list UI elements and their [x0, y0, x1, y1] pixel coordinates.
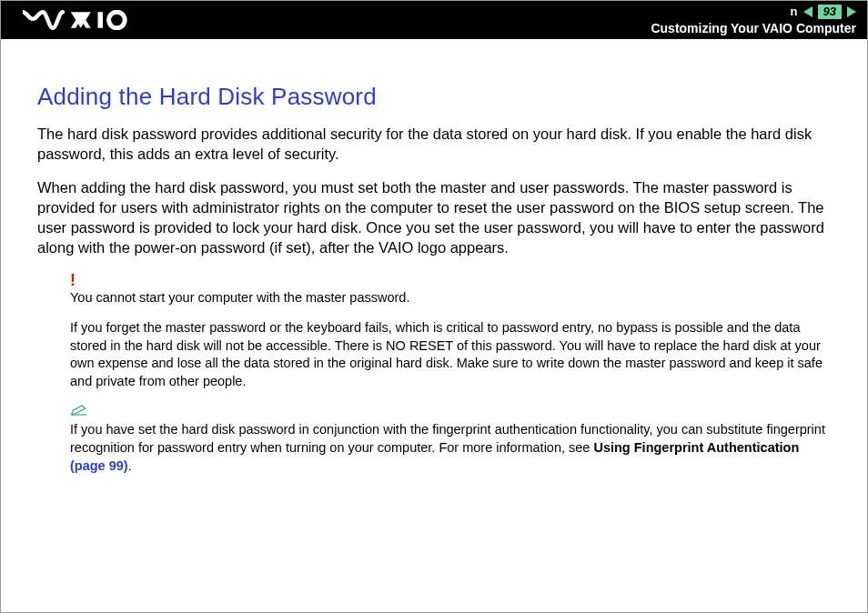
warning-text-2: If you forget the master password or the…: [70, 319, 831, 390]
warning-block: ! You cannot start your computer with th…: [37, 271, 831, 476]
tip-icon-row: [70, 403, 831, 419]
svg-rect-1: [98, 12, 104, 28]
pencil-note-icon: [70, 405, 88, 420]
tip-text-post: .: [128, 458, 132, 473]
next-page-arrow-icon[interactable]: [847, 6, 856, 17]
exclamation-icon: !: [70, 271, 76, 289]
page-header: n 93 Customizing Your VAIO Computer: [1, 1, 867, 39]
n-label: n: [791, 5, 798, 19]
tip-text-bold: Using Fingerprint Authentication: [593, 440, 799, 455]
section-title: Customizing Your VAIO Computer: [651, 21, 856, 36]
vaio-logo-svg: [23, 10, 133, 30]
intro-paragraph-1: The hard disk password provides addition…: [37, 124, 831, 165]
page-reference-link[interactable]: (page 99): [70, 458, 128, 473]
page-number: 93: [818, 5, 842, 19]
warning-text-1: You cannot start your computer with the …: [70, 289, 831, 307]
prev-page-arrow-icon[interactable]: [803, 6, 812, 17]
page-content: Adding the Hard Disk Password The hard d…: [1, 39, 867, 475]
tip-text: If you have set the hard disk password i…: [70, 421, 831, 475]
page-nav: n 93: [651, 5, 856, 19]
svg-point-2: [109, 12, 126, 28]
warning-icon-row: !: [70, 271, 831, 287]
page-heading: Adding the Hard Disk Password: [37, 83, 831, 111]
document-page: n 93 Customizing Your VAIO Computer Addi…: [0, 0, 868, 613]
header-right: n 93 Customizing Your VAIO Computer: [651, 5, 856, 36]
intro-paragraph-2: When adding the hard disk password, you …: [37, 177, 831, 258]
vaio-logo: [23, 1, 133, 39]
